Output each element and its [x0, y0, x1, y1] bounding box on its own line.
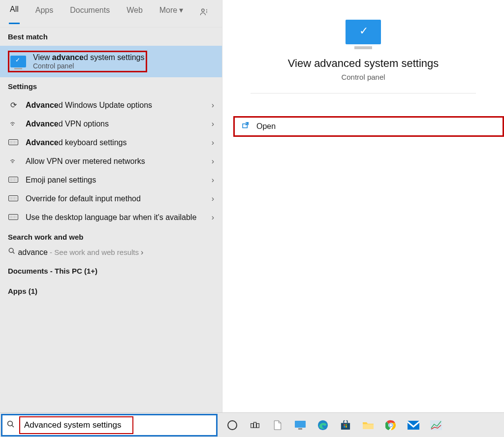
- divider: [251, 93, 476, 94]
- open-external-icon: [242, 122, 250, 131]
- refresh-icon: ⟳: [8, 100, 19, 110]
- this-pc-icon[interactable]: [293, 418, 307, 432]
- tab-more[interactable]: More ▾: [158, 3, 184, 24]
- search-icon: [6, 420, 15, 431]
- filter-tabs: All Apps Documents Web More ▾ ···: [0, 0, 222, 28]
- settings-item-keyboard[interactable]: Advanced keyboard settings ›: [0, 133, 222, 152]
- chevron-right-icon: ›: [212, 138, 214, 147]
- svg-point-0: [202, 9, 204, 11]
- section-search-work-web: Search work and web: [0, 227, 222, 243]
- svg-point-1: [9, 248, 13, 252]
- chrome-icon[interactable]: [384, 418, 398, 432]
- chevron-right-icon: ›: [212, 120, 214, 128]
- svg-rect-9: [295, 421, 306, 428]
- open-label: Open: [256, 122, 276, 131]
- vpn-icon: ᯤ: [8, 120, 19, 128]
- search-icon: [8, 248, 18, 256]
- chevron-right-icon: ›: [212, 157, 214, 166]
- settings-item-emoji-panel[interactable]: Emoji panel settings ›: [0, 171, 222, 189]
- mail-icon[interactable]: [407, 418, 420, 432]
- monitor-check-icon: ✓: [10, 56, 26, 67]
- keyboard-icon: [8, 194, 19, 203]
- svg-rect-16: [346, 426, 347, 427]
- keyboard-icon: [8, 176, 19, 185]
- tab-documents[interactable]: Documents: [69, 4, 111, 24]
- svg-rect-13: [344, 424, 345, 426]
- svg-point-4: [8, 421, 13, 426]
- web-search-result[interactable]: advance - See work and web results ›: [0, 243, 222, 261]
- best-match-subtitle: Control panel: [33, 62, 145, 70]
- keyboard-icon: [8, 213, 19, 222]
- settings-item-vpn-options[interactable]: ᯤ Advanced VPN options ›: [0, 115, 222, 133]
- chevron-right-icon: ›: [212, 176, 214, 185]
- analytics-icon[interactable]: [429, 418, 443, 432]
- svg-rect-15: [344, 426, 345, 427]
- svg-line-2: [13, 252, 14, 253]
- tab-web[interactable]: Web: [126, 4, 144, 24]
- results-pane: All Apps Documents Web More ▾ ··· Best m…: [0, 0, 222, 412]
- preview-subtitle: Control panel: [341, 73, 385, 81]
- cortana-icon[interactable]: [225, 418, 239, 432]
- settings-item-vpn-metered[interactable]: ᯤ Allow VPN over metered networks ›: [0, 152, 222, 171]
- keyboard-icon: [8, 138, 19, 147]
- tab-apps[interactable]: Apps: [34, 4, 54, 24]
- chevron-right-icon: ›: [212, 101, 214, 110]
- taskbar: [0, 412, 504, 437]
- settings-results-list: ⟳ Advanced Windows Update options › ᯤ Ad…: [0, 95, 222, 227]
- tab-all[interactable]: All: [9, 3, 20, 24]
- best-match-title: View advanced system settings: [33, 53, 145, 62]
- preview-title: View advanced system settings: [288, 57, 439, 70]
- store-icon[interactable]: [339, 418, 352, 432]
- settings-item-windows-update[interactable]: ⟳ Advanced Windows Update options ›: [0, 95, 222, 115]
- task-view-icon[interactable]: [248, 418, 262, 432]
- svg-rect-6: [251, 423, 253, 427]
- section-documents-this-pc: Documents - This PC (1+): [0, 261, 222, 281]
- settings-item-default-input[interactable]: Override for default input method ›: [0, 189, 222, 208]
- file-explorer-icon[interactable]: [361, 418, 375, 432]
- svg-line-5: [12, 425, 14, 427]
- libreoffice-icon[interactable]: [271, 418, 284, 432]
- svg-rect-10: [298, 428, 302, 430]
- preview-pane: ✓ View advanced system settings Control …: [222, 0, 504, 412]
- settings-item-language-bar[interactable]: Use the desktop language bar when it's a…: [0, 208, 222, 227]
- section-apps: Apps (1): [0, 281, 222, 301]
- svg-rect-8: [256, 423, 259, 427]
- taskbar-search-box[interactable]: [1, 414, 218, 437]
- monitor-check-icon-large: ✓: [346, 20, 381, 44]
- vpn-icon: ᯤ: [8, 157, 19, 166]
- chevron-down-icon: ▾: [179, 5, 183, 15]
- svg-rect-21: [408, 421, 419, 430]
- chevron-right-icon: ›: [212, 194, 214, 203]
- edge-icon[interactable]: [316, 418, 330, 432]
- svg-rect-14: [346, 424, 347, 426]
- svg-rect-17: [363, 424, 374, 429]
- section-settings: Settings: [0, 77, 222, 95]
- best-match-result[interactable]: ✓ View advanced system settings Control …: [0, 46, 222, 77]
- search-input[interactable]: [22, 418, 130, 432]
- feedback-icon[interactable]: [199, 7, 209, 20]
- svg-rect-7: [254, 422, 256, 428]
- taskbar-icons: [219, 413, 450, 437]
- svg-point-20: [389, 424, 392, 427]
- chevron-right-icon: ›: [141, 248, 143, 256]
- chevron-right-icon: ›: [212, 213, 214, 222]
- open-button[interactable]: Open: [233, 116, 504, 137]
- section-best-match: Best match: [0, 28, 222, 46]
